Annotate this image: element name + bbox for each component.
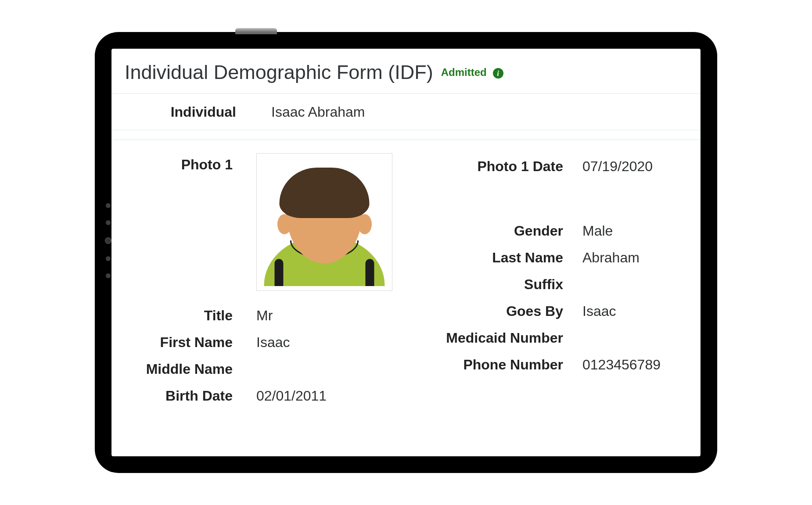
side-dot xyxy=(106,273,111,278)
divider xyxy=(111,130,701,140)
last-name-label: Last Name xyxy=(406,250,563,266)
goes-by-label: Goes By xyxy=(406,303,563,319)
last-name-row: Last Name Abraham xyxy=(406,244,701,271)
medicaid-label: Medicaid Number xyxy=(406,330,563,346)
medicaid-row: Medicaid Number xyxy=(406,325,701,351)
suffix-row: Suffix xyxy=(406,271,701,298)
side-dot xyxy=(106,220,111,225)
tablet-frame: Individual Demographic Form (IDF) Admitt… xyxy=(95,32,717,473)
info-icon[interactable]: i xyxy=(493,68,503,79)
form-body: Photo 1 xyxy=(111,140,701,409)
left-column: Photo 1 xyxy=(111,153,406,409)
goes-by-row: Goes By Isaac xyxy=(406,298,701,325)
phone-value: 0123456789 xyxy=(582,357,701,373)
middle-name-row: Middle Name xyxy=(111,356,406,383)
avatar-icon xyxy=(264,163,385,286)
gender-row: Gender Male xyxy=(406,218,701,244)
right-column: Photo 1 Date 07/19/2020 Gender Male Last… xyxy=(406,153,701,409)
first-name-row: First Name Isaac xyxy=(111,329,406,356)
side-dot xyxy=(106,256,111,261)
individual-label: Individual xyxy=(111,104,236,120)
gender-label: Gender xyxy=(406,223,563,239)
side-dot xyxy=(106,203,111,208)
photo1-label: Photo 1 xyxy=(111,153,233,173)
tablet-side-controls xyxy=(105,203,111,278)
individual-row: Individual Isaac Abraham xyxy=(111,99,701,125)
gender-value: Male xyxy=(582,223,701,239)
first-name-value: Isaac xyxy=(256,334,406,351)
page-title: Individual Demographic Form (IDF) xyxy=(125,61,433,84)
photo1-thumbnail[interactable] xyxy=(256,153,392,291)
birth-date-row: Birth Date 02/01/2011 xyxy=(111,383,406,409)
title-value: Mr xyxy=(256,308,406,324)
last-name-value: Abraham xyxy=(582,250,701,266)
stage: Individual Demographic Form (IDF) Admitt… xyxy=(0,0,812,505)
photo1-date-label: Photo 1 Date xyxy=(406,158,563,175)
photo1-date-row: Photo 1 Date 07/19/2020 xyxy=(406,153,701,180)
phone-row: Phone Number 0123456789 xyxy=(406,351,701,378)
first-name-label: First Name xyxy=(111,334,233,351)
page-header: Individual Demographic Form (IDF) Admitt… xyxy=(111,49,701,93)
status-badge: Admitted xyxy=(441,66,487,79)
photo1-row: Photo 1 xyxy=(111,153,406,302)
home-button-icon[interactable] xyxy=(105,237,111,244)
screen: Individual Demographic Form (IDF) Admitt… xyxy=(111,49,701,456)
birth-date-label: Birth Date xyxy=(111,388,233,404)
spacer xyxy=(406,180,701,218)
phone-label: Phone Number xyxy=(406,357,563,373)
goes-by-value: Isaac xyxy=(582,303,701,319)
middle-name-label: Middle Name xyxy=(111,361,233,377)
individual-name: Isaac Abraham xyxy=(236,104,365,120)
title-label: Title xyxy=(111,308,233,324)
photo1-date-value: 07/19/2020 xyxy=(582,158,701,175)
title-row: Title Mr xyxy=(111,302,406,329)
birth-date-value: 02/01/2011 xyxy=(256,388,406,404)
individual-band: Individual Isaac Abraham xyxy=(111,93,701,130)
suffix-label: Suffix xyxy=(406,276,563,293)
